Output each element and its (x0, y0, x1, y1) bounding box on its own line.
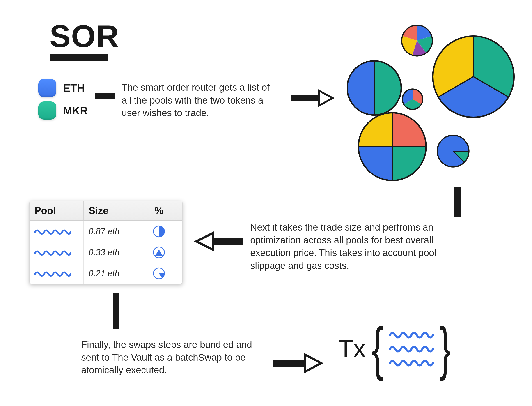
svg-rect-8 (113, 293, 119, 329)
squiggle-icon (35, 249, 71, 256)
arrow-right2-icon (273, 350, 325, 377)
optimization-table: Pool Size % 0.87 eth 0.33 eth (29, 201, 183, 284)
pool-cluster-icon (347, 25, 518, 183)
squiggle-icon (389, 358, 434, 367)
legend-label-mkr: MKR (63, 104, 88, 117)
legend-row-eth: ETH (38, 79, 88, 97)
svg-rect-5 (214, 238, 243, 245)
td-pool-icon (29, 221, 84, 242)
svg-rect-0 (95, 93, 115, 99)
td-pool-icon (29, 242, 84, 263)
th-size: Size (84, 201, 135, 220)
pct-triangle-icon (153, 246, 165, 259)
step1-text: The smart order router gets a list of al… (122, 81, 280, 120)
step2-text: Next it takes the trade size and perfrom… (250, 221, 467, 272)
table-row: 0.33 eth (29, 242, 182, 263)
arrow-down-bar-icon (453, 187, 462, 217)
svg-rect-9 (273, 360, 304, 367)
arrow-right-icon (291, 86, 336, 110)
th-pool: Pool (29, 201, 84, 220)
td-size: 0.33 eth (84, 242, 135, 263)
table-row: 0.21 eth (29, 263, 182, 284)
legend-row-mkr: MKR (38, 102, 88, 120)
squiggle-icon (35, 270, 71, 277)
td-pool-icon (29, 263, 84, 284)
brace-left-icon: { (372, 325, 384, 372)
sor-title: SOR (50, 18, 119, 55)
step3-text: Finally, the swaps steps are bundled and… (81, 338, 266, 377)
mkr-chip-icon (38, 102, 56, 120)
sor-title-underline (50, 54, 108, 61)
tx-lines (388, 327, 435, 369)
legend-label-eth: ETH (63, 82, 85, 94)
brace-right-icon: } (439, 325, 451, 372)
table-header: Pool Size % (29, 201, 182, 221)
tx-bundle: Tx { } (338, 325, 455, 372)
squiggle-icon (35, 228, 71, 235)
eth-chip-icon (38, 79, 56, 97)
table-row: 0.87 eth (29, 221, 182, 242)
token-legend: ETH MKR (38, 79, 88, 124)
arrow-left-icon (192, 228, 243, 255)
svg-rect-1 (291, 95, 318, 102)
svg-rect-4 (454, 187, 461, 217)
arrow-down-bar2-icon (112, 293, 121, 329)
td-pct-icon (135, 263, 182, 284)
pct-half-icon (153, 225, 165, 238)
tx-label: Tx (338, 334, 366, 363)
pct-wedge-icon (153, 267, 165, 280)
arrow-dash-icon (95, 91, 120, 100)
td-pct-icon (135, 221, 182, 242)
td-pct-icon (135, 242, 182, 263)
td-size: 0.21 eth (84, 263, 135, 284)
squiggle-icon (389, 344, 434, 353)
squiggle-icon (389, 330, 434, 339)
th-pct: % (135, 201, 182, 220)
td-size: 0.87 eth (84, 221, 135, 242)
